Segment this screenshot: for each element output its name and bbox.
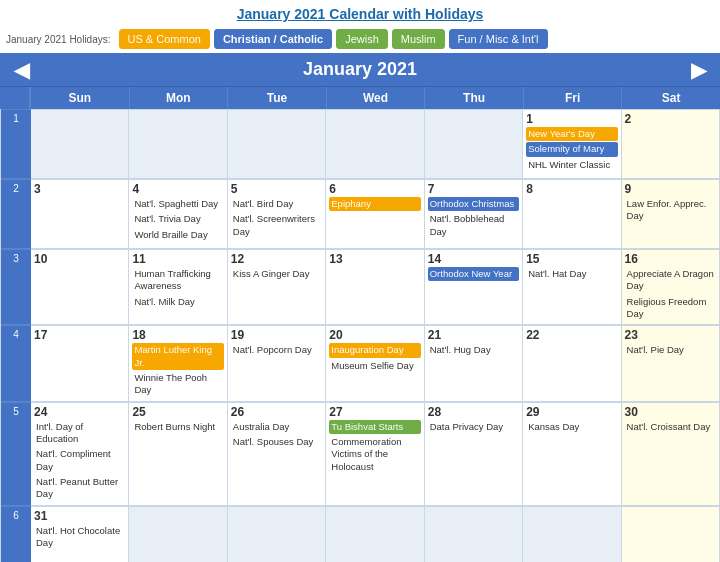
tab-fun[interactable]: Fun / Misc & Int'l — [449, 29, 548, 49]
event-label: Nat'l. Hat Day — [526, 267, 617, 281]
day-number: 6 — [329, 182, 420, 196]
day-number: 12 — [231, 252, 322, 266]
day-cell[interactable] — [622, 506, 720, 562]
day-cell[interactable]: 17 — [31, 325, 129, 401]
day-cell[interactable]: 23Nat'l. Pie Day — [622, 325, 720, 401]
day-number: 15 — [526, 252, 617, 266]
event-label: Nat'l. Bird Day — [231, 197, 322, 211]
day-cell[interactable]: 19Nat'l. Popcorn Day — [228, 325, 326, 401]
event-label: Nat'l. Compliment Day — [34, 447, 125, 474]
week-num-2: 2 — [1, 179, 31, 249]
day-cell[interactable] — [228, 506, 326, 562]
day-cell[interactable]: 31Nat'l. Hot Chocolate Day — [31, 506, 129, 562]
day-number: 17 — [34, 328, 125, 342]
day-header-wed: Wed — [326, 87, 425, 109]
day-cell[interactable] — [523, 506, 621, 562]
day-number: 13 — [329, 252, 420, 266]
day-cell[interactable]: 24Int'l. Day of EducationNat'l. Complime… — [31, 402, 129, 506]
day-cell[interactable]: 18Martin Luther King Jr.Winnie The Pooh … — [129, 325, 227, 401]
tab-christian[interactable]: Christian / Catholic — [214, 29, 332, 49]
day-number: 23 — [625, 328, 716, 342]
day-cell[interactable]: 1New Year's DaySolemnity of MaryNHL Wint… — [523, 109, 621, 179]
event-label: Museum Selfie Day — [329, 359, 420, 373]
day-cell[interactable]: 20Inauguration DayMuseum Selfie Day — [326, 325, 424, 401]
day-cell[interactable]: 29Kansas Day — [523, 402, 621, 506]
top-title: January 2021 Calendar with Holidays — [0, 0, 720, 26]
day-header-thu: Thu — [424, 87, 523, 109]
event-label: Solemnity of Mary — [526, 142, 617, 156]
day-cell[interactable]: 5Nat'l. Bird DayNat'l. Screenwriters Day — [228, 179, 326, 249]
day-number: 24 — [34, 405, 125, 419]
day-number: 7 — [428, 182, 519, 196]
day-cell[interactable] — [228, 109, 326, 179]
day-cell[interactable] — [425, 109, 523, 179]
day-cell[interactable] — [129, 506, 227, 562]
day-number: 5 — [231, 182, 322, 196]
event-label: Nat'l. Popcorn Day — [231, 343, 322, 357]
day-number: 10 — [34, 252, 125, 266]
day-cell[interactable]: 21Nat'l. Hug Day — [425, 325, 523, 401]
week-num-6: 6 — [1, 506, 31, 562]
day-number: 1 — [526, 112, 617, 126]
event-label: Nat'l. Milk Day — [132, 295, 223, 309]
tab-jewish[interactable]: Jewish — [336, 29, 388, 49]
day-cell[interactable]: 11Human Trafficking AwarenessNat'l. Milk… — [129, 249, 227, 325]
calendar-grid: 11New Year's DaySolemnity of MaryNHL Win… — [0, 109, 720, 562]
day-cell[interactable]: 28Data Privacy Day — [425, 402, 523, 506]
day-cell[interactable] — [31, 109, 129, 179]
tab-muslim[interactable]: Muslim — [392, 29, 445, 49]
day-cell[interactable]: 16Appreciate A Dragon DayReligious Freed… — [622, 249, 720, 325]
day-cell[interactable] — [129, 109, 227, 179]
event-label: Data Privacy Day — [428, 420, 519, 434]
day-cell[interactable]: 8 — [523, 179, 621, 249]
event-label: Kiss A Ginger Day — [231, 267, 322, 281]
day-number: 16 — [625, 252, 716, 266]
day-cell[interactable]: 30Nat'l. Croissant Day — [622, 402, 720, 506]
tab-us[interactable]: US & Common — [119, 29, 210, 49]
day-cell[interactable]: 6Epiphany — [326, 179, 424, 249]
day-cell[interactable]: 26Australia DayNat'l. Spouses Day — [228, 402, 326, 506]
day-number: 21 — [428, 328, 519, 342]
event-label: Winnie The Pooh Day — [132, 371, 223, 398]
day-number: 14 — [428, 252, 519, 266]
event-label: Martin Luther King Jr. — [132, 343, 223, 370]
day-cell[interactable]: 2 — [622, 109, 720, 179]
event-label: Law Enfor. Apprec. Day — [625, 197, 716, 224]
day-cell[interactable]: 15Nat'l. Hat Day — [523, 249, 621, 325]
day-cell[interactable]: 27Tu Bishvat StartsCommemoration Victims… — [326, 402, 424, 506]
day-number: 8 — [526, 182, 617, 196]
event-label: Nat'l. Trivia Day — [132, 212, 223, 226]
day-number: 26 — [231, 405, 322, 419]
day-cell[interactable] — [326, 109, 424, 179]
event-label: Religious Freedom Day — [625, 295, 716, 322]
day-cell[interactable] — [326, 506, 424, 562]
day-header-mon: Mon — [129, 87, 228, 109]
day-header-fri: Fri — [523, 87, 622, 109]
prev-month-arrow[interactable]: ◀ — [0, 58, 43, 82]
day-cell[interactable]: 10 — [31, 249, 129, 325]
day-cell[interactable] — [425, 506, 523, 562]
day-header-tue: Tue — [227, 87, 326, 109]
event-label: Robert Burns Night — [132, 420, 223, 434]
day-cell[interactable]: 3 — [31, 179, 129, 249]
day-cell[interactable]: 25Robert Burns Night — [129, 402, 227, 506]
event-label: Appreciate A Dragon Day — [625, 267, 716, 294]
event-label: Nat'l. Screenwriters Day — [231, 212, 322, 239]
day-cell[interactable]: 14Orthodox New Year — [425, 249, 523, 325]
week-num-3: 3 — [1, 249, 31, 325]
day-number: 9 — [625, 182, 716, 196]
event-label: Australia Day — [231, 420, 322, 434]
day-cell[interactable]: 9Law Enfor. Apprec. Day — [622, 179, 720, 249]
event-label: Orthodox New Year — [428, 267, 519, 281]
day-cell[interactable]: 7Orthodox ChristmasNat'l. Bobblehead Day — [425, 179, 523, 249]
day-number: 25 — [132, 405, 223, 419]
day-cell[interactable]: 22 — [523, 325, 621, 401]
next-month-arrow[interactable]: ▶ — [677, 58, 720, 82]
day-number: 20 — [329, 328, 420, 342]
event-label: Nat'l. Hug Day — [428, 343, 519, 357]
day-cell[interactable]: 13 — [326, 249, 424, 325]
week-col-header — [0, 87, 30, 109]
day-cell[interactable]: 4Nat'l. Spaghetti DayNat'l. Trivia DayWo… — [129, 179, 227, 249]
day-cell[interactable]: 12Kiss A Ginger Day — [228, 249, 326, 325]
event-label: NHL Winter Classic — [526, 158, 617, 172]
